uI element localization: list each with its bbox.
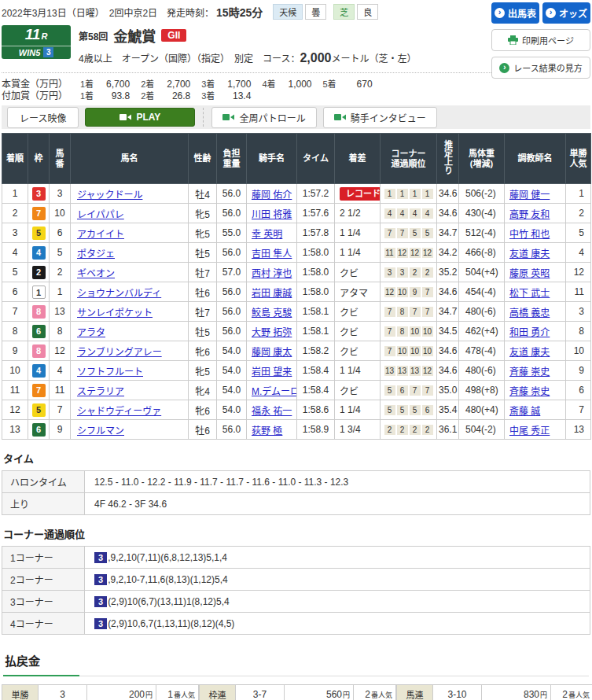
finish-position: 13 xyxy=(2,420,28,440)
trainer-link[interactable]: 中竹 和也 xyxy=(509,229,550,240)
jockey-link[interactable]: 福永 祐一 xyxy=(252,406,292,417)
payout-popularity: 1番人気 xyxy=(156,685,199,700)
print-page-button[interactable]: 印刷用ページ xyxy=(491,29,590,51)
col-last-3f: 推定上り xyxy=(437,134,459,184)
sex-age: 牝6 xyxy=(189,341,217,361)
trainer-link[interactable]: 斉藤 崇史 xyxy=(509,367,550,378)
trainer-link[interactable]: 斎藤 誠 xyxy=(509,406,540,417)
horse-name-cell: ショウナンバルディ xyxy=(71,282,189,302)
horse-name-link[interactable]: ジャックドール xyxy=(77,190,142,201)
corner-order-row: 4コーナー3(2,9)10,6,7(1,13,11)(8,12)(4,5) xyxy=(2,613,590,635)
jockey-link[interactable]: 藤岡 佑介 xyxy=(252,190,292,201)
horse-name-link[interactable]: アラタ xyxy=(77,327,105,338)
payout-amount: 830円 xyxy=(482,685,551,700)
horse-name-cell: レイパパレ xyxy=(71,204,189,223)
jockey-link[interactable]: 大野 拓弥 xyxy=(252,327,292,338)
finish-position: 7 xyxy=(2,302,28,322)
trainer-link[interactable]: 和田 勇介 xyxy=(509,327,550,338)
horse-name-link[interactable]: ソフトフルート xyxy=(77,367,143,378)
corner-pos-box: 10 xyxy=(397,346,408,356)
trainer-link[interactable]: 藤原 英昭 xyxy=(509,268,550,279)
win-popularity: 5 xyxy=(566,223,591,243)
frame-cell: 8 xyxy=(28,341,50,361)
corner-pos-box: 2 xyxy=(422,425,433,435)
trainer-link[interactable]: 友道 康夫 xyxy=(509,347,550,358)
finish-time: 1:58.0 xyxy=(297,263,335,282)
trainer-cell: 友道 康夫 xyxy=(505,341,566,361)
finish-time: 1:58.1 xyxy=(297,322,335,341)
jockey-cell: 川田 将雅 xyxy=(247,204,297,223)
corner-positions: 1111 xyxy=(381,184,437,204)
frame-cell: 5 xyxy=(28,223,50,243)
jockey-link[interactable]: 西村 淳也 xyxy=(252,268,292,279)
corner-pos-box: 5 xyxy=(410,228,421,238)
finish-position: 5 xyxy=(2,263,28,282)
carried-weight: 57.0 xyxy=(217,263,247,282)
jockey-link[interactable]: 岩田 望来 xyxy=(252,367,292,378)
horse-name-cell: ステラリア xyxy=(71,381,189,400)
results-guide-button[interactable]: ›レース結果の見方 xyxy=(491,57,590,79)
horse-name-link[interactable]: ショウナンバルディ xyxy=(77,288,161,299)
sex-age: 牝5 xyxy=(189,204,217,223)
jockey-cell: 吉田 隼人 xyxy=(247,243,297,263)
horse-name-cell: ギベオン xyxy=(71,263,189,282)
play-button[interactable]: PLAY xyxy=(85,108,195,127)
results-guide-label: レース結果の見方 xyxy=(513,61,582,74)
corner-positions: 13131312 xyxy=(381,361,437,381)
jockey-interview-button[interactable]: 騎手インタビュー xyxy=(323,107,437,128)
horse-number: 1 xyxy=(50,282,71,302)
corner-order-row: 2コーナー3,9,2,10-7,11,6(8,13)(1,12)5,4 xyxy=(2,569,590,591)
horse-name-link[interactable]: サンレイポケット xyxy=(77,308,153,319)
jockey-link[interactable]: 岩田 康誠 xyxy=(252,288,292,299)
jockey-link[interactable]: M.デムーロ xyxy=(252,386,297,397)
prize-value: 6,700 xyxy=(94,79,130,90)
jockey-cell: 藤岡 康太 xyxy=(247,341,297,361)
trainer-link[interactable]: 斉藤 崇史 xyxy=(509,386,550,397)
corner-pos-box: 7 xyxy=(384,228,395,238)
last-3f: 34.5 xyxy=(437,322,459,341)
carried-weight: 56.0 xyxy=(217,204,247,223)
trainer-link[interactable]: 中尾 秀正 xyxy=(509,426,550,437)
course-label: コース： xyxy=(263,53,300,64)
odds-button[interactable]: ›オッズ xyxy=(542,2,590,24)
horse-name-link[interactable]: アカイイト xyxy=(77,229,124,240)
trainer-link[interactable]: 松下 武士 xyxy=(509,288,550,299)
sex-age: 牝5 xyxy=(189,223,217,243)
horse-name-link[interactable]: レイパパレ xyxy=(77,209,124,220)
horse-weight: 430(-4) xyxy=(459,204,505,223)
result-row: 2710レイパパレ牝556.0川田 将雅1:57.62 1/2444434.64… xyxy=(2,204,591,223)
horse-name-link[interactable]: ステラリア xyxy=(77,386,124,397)
jockey-link[interactable]: 荻野 極 xyxy=(252,426,282,437)
corner-pos-box: 2 xyxy=(410,425,421,435)
jockey-link[interactable]: 鮫島 克駿 xyxy=(252,308,292,319)
corner-label: 2コーナー xyxy=(2,569,85,591)
trainer-cell: 藤原 英昭 xyxy=(505,263,566,282)
win5-badge: WIN5 3 xyxy=(2,46,71,57)
horse-name-cell: サンレイポケット xyxy=(71,302,189,322)
horse-name-link[interactable]: ポタジェ xyxy=(77,249,115,260)
patrol-video-button[interactable]: 全周パトロール xyxy=(211,107,316,128)
corner-pos-box: 12 xyxy=(422,366,433,376)
finish-time: 1:58.1 xyxy=(297,302,335,322)
jockey-link[interactable]: 幸 英明 xyxy=(252,229,282,240)
time-value: 12.5 - 11.0 - 12.2 - 11.9 - 11.7 - 11.7 … xyxy=(85,471,590,493)
trainer-link[interactable]: 藤岡 健一 xyxy=(509,190,550,201)
trainer-link[interactable]: 友道 康夫 xyxy=(509,249,550,260)
jockey-link[interactable]: 川田 将雅 xyxy=(252,209,292,220)
win5-logo: WIN5 xyxy=(19,48,41,57)
corner-pos-box: 7 xyxy=(410,307,421,317)
horse-name-link[interactable]: ランブリングアレー xyxy=(77,347,162,358)
trainer-link[interactable]: 高橋 義忠 xyxy=(509,308,550,319)
horse-number: 12 xyxy=(50,341,71,361)
trainer-link[interactable]: 高野 友和 xyxy=(509,209,550,220)
entry-table-button[interactable]: ›出馬表 xyxy=(491,2,539,24)
prize-value: 93.8 xyxy=(94,90,130,102)
frame-cell: 4 xyxy=(28,243,50,263)
trainer-cell: 斉藤 崇史 xyxy=(505,361,566,381)
horse-name-link[interactable]: ギベオン xyxy=(77,268,115,279)
horse-name-link[interactable]: シフルマン xyxy=(77,426,124,437)
race-edition: 第58回 xyxy=(79,29,108,42)
horse-name-link[interactable]: シャドウディーヴァ xyxy=(77,406,161,417)
jockey-link[interactable]: 吉田 隼人 xyxy=(252,249,292,260)
jockey-link[interactable]: 藤岡 康太 xyxy=(252,347,292,358)
